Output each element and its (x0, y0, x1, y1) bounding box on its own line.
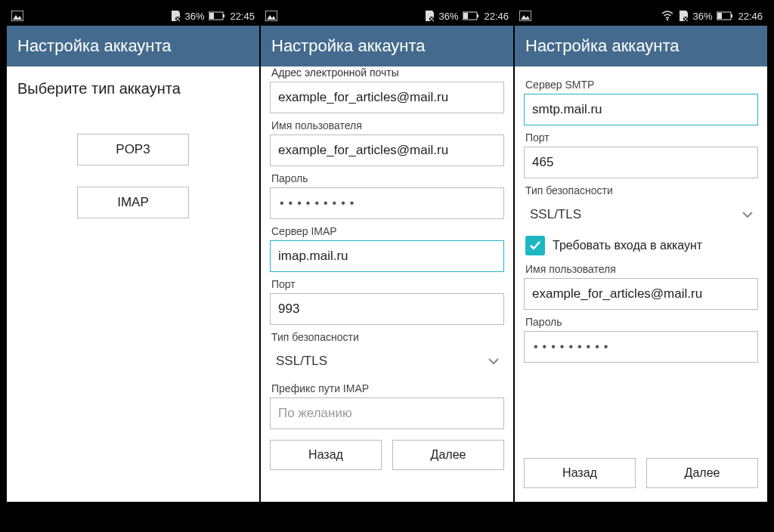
content-area: Выберите тип аккаунта POP3 IMAP (7, 66, 259, 502)
server-label: Сервер IMAP (271, 225, 503, 237)
clock: 22:46 (484, 11, 509, 22)
port-field[interactable]: 465 (524, 147, 758, 178)
content-area: Сервер SMTP smtp.mail.ru Порт 465 Тип бе… (515, 66, 767, 502)
picture-icon (11, 11, 23, 21)
chevron-down-icon (486, 354, 501, 369)
username-field[interactable]: example_for_articles@mail.ru (270, 135, 504, 166)
next-button[interactable]: Далее (646, 458, 758, 488)
svg-rect-4 (223, 14, 224, 17)
server-label: Сервер SMTP (525, 79, 757, 91)
username-label: Имя пользователя (525, 263, 757, 275)
imap-prefix-field[interactable]: По желанию (270, 397, 504, 429)
battery-percent: 36% (692, 11, 712, 22)
back-button[interactable]: Назад (270, 440, 382, 470)
svg-rect-11 (463, 13, 468, 19)
username-label: Имя пользователя (271, 119, 503, 131)
choose-type-heading: Выберите тип аккаунта (17, 80, 249, 97)
password-field[interactable]: ••••••••• (524, 331, 758, 363)
password-label: Пароль (525, 316, 757, 328)
header-title: Настройка аккаунта (525, 36, 680, 56)
status-bar: 36% 22:46 (515, 6, 767, 26)
header-title: Настройка аккаунта (17, 36, 172, 56)
require-login-row[interactable]: Требовать входа в аккаунт (525, 236, 758, 255)
svg-marker-7 (267, 15, 276, 20)
pop3-button[interactable]: POP3 (77, 134, 189, 165)
security-label: Тип безопасности (271, 331, 503, 343)
picture-icon (265, 11, 277, 21)
screen-account-type: 36% 22:45 Настройка аккаунта Выберите ти… (7, 6, 259, 502)
screen-smtp-settings: 36% 22:46 Настройка аккаунта Сервер SMTP… (515, 6, 767, 502)
svg-rect-5 (209, 13, 214, 19)
battery-icon (717, 11, 733, 20)
port-label: Порт (525, 131, 757, 144)
security-label: Тип безопасности (525, 184, 757, 196)
next-button[interactable]: Далее (392, 440, 504, 470)
password-label: Пароль (271, 172, 503, 184)
sd-card-icon (424, 11, 434, 21)
screen-imap-settings: 36% 22:46 Настройка аккаунта Адрес элект… (261, 6, 513, 502)
security-type-select[interactable]: SSL/TLS (270, 346, 504, 376)
check-icon (528, 239, 542, 252)
status-bar: 36% 22:46 (261, 6, 513, 26)
smtp-server-field[interactable]: smtp.mail.ru (524, 94, 758, 125)
require-login-label: Требовать входа в аккаунт (553, 239, 702, 252)
svg-marker-13 (521, 15, 530, 20)
svg-rect-17 (731, 14, 732, 17)
svg-rect-10 (477, 14, 478, 17)
status-bar: 36% 22:45 (7, 6, 259, 26)
imap-server-field[interactable]: imap.mail.ru (270, 240, 504, 272)
port-label: Порт (271, 278, 503, 290)
security-type-select[interactable]: SSL/TLS (524, 200, 758, 230)
imap-button[interactable]: IMAP (77, 187, 189, 218)
sd-card-icon (170, 11, 180, 21)
header-title: Настройка аккаунта (271, 36, 426, 56)
email-field[interactable]: example_for_articles@mail.ru (270, 82, 504, 113)
app-header: Настройка аккаунта (515, 26, 767, 66)
content-area: Адрес электронной почты example_for_arti… (261, 66, 513, 502)
svg-rect-18 (717, 13, 722, 19)
svg-marker-1 (13, 15, 22, 20)
port-field[interactable]: 993 (270, 293, 504, 325)
app-header: Настройка аккаунта (7, 26, 259, 66)
wifi-icon (661, 11, 673, 21)
password-field[interactable]: ••••••••• (270, 187, 504, 219)
app-header: Настройка аккаунта (261, 26, 513, 66)
battery-icon (463, 11, 479, 20)
svg-point-14 (667, 19, 668, 20)
sd-card-icon (678, 11, 688, 21)
username-field[interactable]: example_for_articles@mail.ru (524, 278, 758, 310)
picture-icon (519, 11, 531, 21)
require-login-checkbox[interactable] (525, 236, 545, 255)
prefix-label: Префикс пути IMAP (271, 382, 503, 394)
clock: 22:46 (738, 11, 763, 22)
battery-percent: 36% (184, 11, 204, 22)
email-label: Адрес электронной почты (271, 66, 503, 79)
battery-icon (209, 11, 225, 20)
back-button[interactable]: Назад (524, 458, 636, 488)
battery-percent: 36% (438, 11, 458, 22)
screenshot-container: 36% 22:45 Настройка аккаунта Выберите ти… (0, 0, 774, 532)
chevron-down-icon (740, 207, 755, 222)
clock: 22:45 (230, 11, 255, 22)
